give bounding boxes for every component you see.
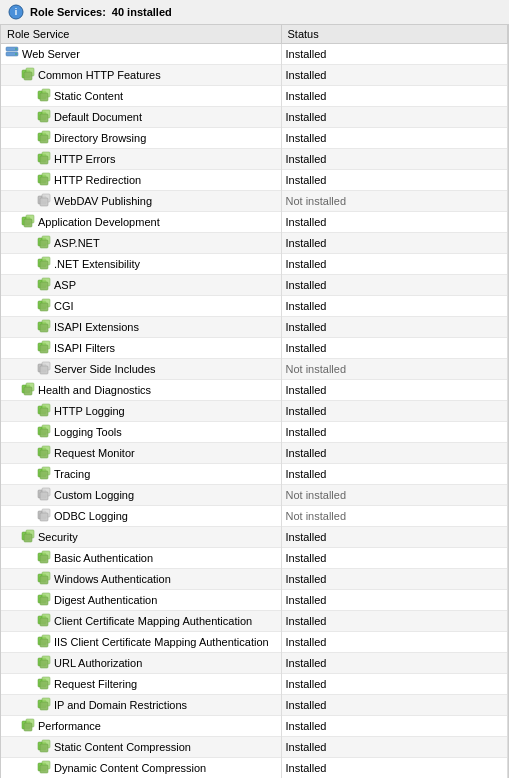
table-row: Tracing Installed bbox=[1, 464, 508, 485]
svg-rect-98 bbox=[40, 702, 48, 710]
component-gray-icon bbox=[37, 487, 51, 503]
role-service-cell: Basic Authentication bbox=[1, 548, 281, 569]
svg-rect-50 bbox=[40, 366, 48, 374]
role-service-cell: Static Content bbox=[1, 86, 281, 107]
table-row: Custom Logging Not installed bbox=[1, 485, 508, 506]
role-service-name: ODBC Logging bbox=[54, 510, 128, 522]
status-cell: Installed bbox=[281, 632, 508, 653]
role-service-name: Windows Authentication bbox=[54, 573, 171, 585]
table-row: URL Authorization Installed bbox=[1, 653, 508, 674]
role-service-cell: Logging Tools bbox=[1, 422, 281, 443]
table-row: Server Side Includes Not installed bbox=[1, 359, 508, 380]
role-service-cell: HTTP Logging bbox=[1, 401, 281, 422]
col-role-service: Role Service bbox=[1, 25, 281, 44]
status-cell: Installed bbox=[281, 569, 508, 590]
role-service-name: IIS Client Certificate Mapping Authentic… bbox=[54, 636, 269, 648]
component-icon bbox=[37, 571, 51, 587]
component-icon bbox=[21, 67, 35, 83]
status-cell: Installed bbox=[281, 695, 508, 716]
table-row: ISAPI Extensions Installed bbox=[1, 317, 508, 338]
component-icon bbox=[37, 697, 51, 713]
status-cell: Installed bbox=[281, 254, 508, 275]
role-service-cell: IP and Domain Restrictions bbox=[1, 695, 281, 716]
role-service-name: Common HTTP Features bbox=[38, 69, 161, 81]
table-row: Digest Authentication Installed bbox=[1, 590, 508, 611]
component-icon bbox=[21, 718, 35, 734]
table-row: Directory Browsing Installed bbox=[1, 128, 508, 149]
role-service-name: CGI bbox=[54, 300, 74, 312]
role-service-cell: Default Document bbox=[1, 107, 281, 128]
component-icon bbox=[37, 256, 51, 272]
table-row: Health and Diagnostics Installed bbox=[1, 380, 508, 401]
svg-point-4 bbox=[15, 48, 17, 50]
role-service-name: HTTP Redirection bbox=[54, 174, 141, 186]
component-icon bbox=[21, 529, 35, 545]
component-icon bbox=[37, 592, 51, 608]
svg-rect-29 bbox=[24, 219, 32, 227]
status-cell: Not installed bbox=[281, 506, 508, 527]
svg-rect-20 bbox=[40, 156, 48, 164]
role-service-cell: Web Server bbox=[1, 44, 281, 65]
role-service-cell: WebDAV Publishing bbox=[1, 191, 281, 212]
status-cell: Installed bbox=[281, 233, 508, 254]
table-row: Request Monitor Installed bbox=[1, 443, 508, 464]
component-icon bbox=[37, 340, 51, 356]
component-icon bbox=[37, 634, 51, 650]
status-cell: Installed bbox=[281, 716, 508, 737]
svg-rect-89 bbox=[40, 639, 48, 647]
status-cell: Installed bbox=[281, 317, 508, 338]
status-cell: Installed bbox=[281, 86, 508, 107]
component-icon bbox=[37, 403, 51, 419]
svg-rect-56 bbox=[40, 408, 48, 416]
role-service-name: Web Server bbox=[22, 48, 80, 60]
component-icon bbox=[21, 214, 35, 230]
component-icon bbox=[37, 130, 51, 146]
role-service-cell: IIS Client Certificate Mapping Authentic… bbox=[1, 632, 281, 653]
server-icon bbox=[5, 46, 19, 62]
table-row: HTTP Logging Installed bbox=[1, 401, 508, 422]
table-row: Default Document Installed bbox=[1, 107, 508, 128]
role-service-cell: Dynamic Content Compression bbox=[1, 758, 281, 779]
component-icon bbox=[37, 88, 51, 104]
role-service-cell: Client Certificate Mapping Authenticatio… bbox=[1, 611, 281, 632]
role-service-name: Application Development bbox=[38, 216, 160, 228]
header-count: 40 installed bbox=[112, 6, 172, 18]
component-icon bbox=[37, 655, 51, 671]
role-service-cell: Server Side Includes bbox=[1, 359, 281, 380]
role-services-icon: i bbox=[8, 4, 24, 20]
svg-rect-53 bbox=[24, 387, 32, 395]
component-icon bbox=[37, 319, 51, 335]
role-service-name: Health and Diagnostics bbox=[38, 384, 151, 396]
svg-rect-80 bbox=[40, 576, 48, 584]
svg-rect-44 bbox=[40, 324, 48, 332]
svg-rect-41 bbox=[40, 303, 48, 311]
svg-rect-68 bbox=[40, 492, 48, 500]
svg-rect-77 bbox=[40, 555, 48, 563]
table-row: Client Certificate Mapping Authenticatio… bbox=[1, 611, 508, 632]
component-icon bbox=[37, 739, 51, 755]
role-service-cell: Request Monitor bbox=[1, 443, 281, 464]
role-service-name: ASP bbox=[54, 279, 76, 291]
svg-rect-95 bbox=[40, 681, 48, 689]
status-cell: Installed bbox=[281, 401, 508, 422]
role-service-cell: Performance bbox=[1, 716, 281, 737]
role-service-name: Request Filtering bbox=[54, 678, 137, 690]
table-row: Request Filtering Installed bbox=[1, 674, 508, 695]
role-service-name: Digest Authentication bbox=[54, 594, 157, 606]
svg-rect-23 bbox=[40, 177, 48, 185]
table-row: HTTP Redirection Installed bbox=[1, 170, 508, 191]
table-row: Common HTTP Features Installed bbox=[1, 65, 508, 86]
status-cell: Installed bbox=[281, 212, 508, 233]
status-cell: Installed bbox=[281, 548, 508, 569]
role-service-name: Client Certificate Mapping Authenticatio… bbox=[54, 615, 252, 627]
role-service-cell: Static Content Compression bbox=[1, 737, 281, 758]
svg-rect-71 bbox=[40, 513, 48, 521]
role-service-name: Logging Tools bbox=[54, 426, 122, 438]
role-service-cell: Windows Authentication bbox=[1, 569, 281, 590]
status-cell: Installed bbox=[281, 128, 508, 149]
role-service-cell: Common HTTP Features bbox=[1, 65, 281, 86]
table-row: HTTP Errors Installed bbox=[1, 149, 508, 170]
role-service-cell: Security bbox=[1, 527, 281, 548]
svg-rect-47 bbox=[40, 345, 48, 353]
component-icon bbox=[37, 109, 51, 125]
